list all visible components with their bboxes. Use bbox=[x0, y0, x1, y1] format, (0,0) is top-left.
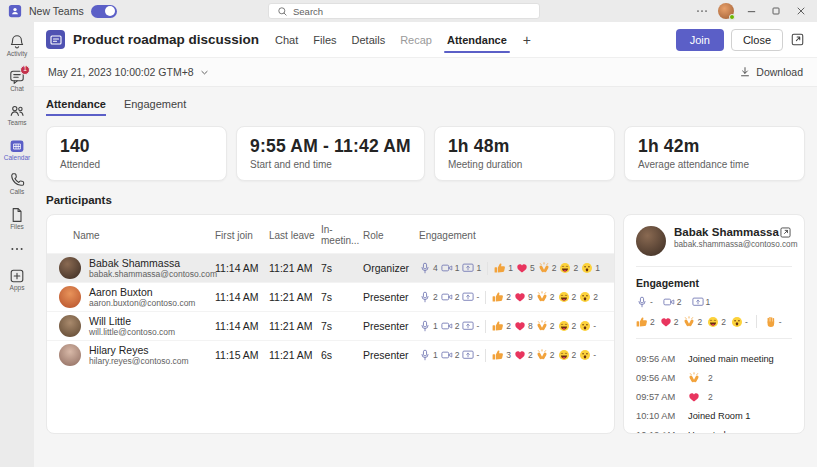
close-window-button[interactable] bbox=[793, 3, 809, 19]
column-header-in-meeting: In-meetin... bbox=[321, 224, 363, 246]
divider bbox=[756, 315, 757, 328]
engagement-timeline: 09:56 AM Joined main meeting 09:56 AM 2 … bbox=[636, 349, 792, 434]
sidebar-item-files[interactable]: Files bbox=[0, 202, 34, 237]
minimize-button[interactable] bbox=[743, 3, 759, 19]
laugh-count: 2 bbox=[572, 321, 577, 331]
chat-unread-badge: 1 bbox=[20, 65, 30, 75]
download-button[interactable]: Download bbox=[739, 66, 803, 78]
teams-logo-icon bbox=[8, 4, 22, 18]
clap-count: 2 bbox=[550, 321, 555, 331]
camera-icon bbox=[441, 320, 453, 332]
add-tab-button[interactable]: + bbox=[523, 32, 531, 48]
maximize-button[interactable] bbox=[768, 3, 784, 19]
join-button[interactable]: Join bbox=[676, 29, 724, 51]
table-row[interactable]: Will Little will.little@contoso.com 11:1… bbox=[47, 311, 614, 340]
laugh-icon bbox=[558, 349, 570, 361]
table-row[interactable]: Aaron Buxton aaron.buxton@contoso.com 11… bbox=[47, 282, 614, 311]
surprised-count: - bbox=[745, 317, 748, 327]
surprised-icon bbox=[579, 320, 591, 332]
camera-icon bbox=[441, 262, 453, 274]
engagement-section-title: Engagement bbox=[636, 277, 792, 289]
contact-card-icon[interactable] bbox=[779, 226, 792, 239]
like-icon bbox=[492, 320, 504, 332]
raised-hand-icon bbox=[765, 316, 777, 328]
sidebar-item-teams[interactable]: Teams bbox=[0, 98, 34, 133]
avatar bbox=[59, 344, 81, 366]
mic-count: 2 bbox=[433, 292, 438, 302]
close-button[interactable]: Close bbox=[731, 29, 783, 51]
new-teams-toggle[interactable] bbox=[91, 5, 117, 18]
timeline-item: 09:56 AM 2 bbox=[636, 368, 792, 387]
screen-share-icon bbox=[462, 349, 474, 361]
first-join-time: 11:14 AM bbox=[215, 291, 269, 303]
tab-attendance[interactable]: Attendance bbox=[447, 22, 507, 57]
laugh-count: 2 bbox=[721, 317, 726, 327]
sidebar-item-label: Files bbox=[10, 224, 24, 231]
like-count: 1 bbox=[508, 263, 513, 273]
file-icon bbox=[9, 207, 25, 223]
in-meeting-duration: 7s bbox=[321, 320, 363, 332]
table-row[interactable]: Babak Shammassa babak.shammassa@contoso.… bbox=[47, 253, 614, 282]
tab-attendance-report[interactable]: Attendance bbox=[46, 98, 106, 116]
more-options-icon[interactable] bbox=[695, 4, 709, 18]
tab-files[interactable]: Files bbox=[313, 22, 336, 57]
participant-name: Will Little bbox=[89, 315, 175, 328]
stat-card-start-end: 9:55 AM - 11:42 AM Start and end time bbox=[236, 126, 425, 181]
sidebar-item-chat[interactable]: 1 Chat bbox=[0, 64, 34, 99]
participants-table: Name First join Last leave In-meetin... … bbox=[46, 214, 615, 434]
sidebar-item-calls[interactable]: Calls bbox=[0, 167, 34, 202]
tab-chat[interactable]: Chat bbox=[275, 22, 298, 57]
screen-share-icon bbox=[462, 291, 474, 303]
tab-recap[interactable]: Recap bbox=[400, 22, 432, 57]
participant-name: Aaron Buxton bbox=[89, 286, 195, 299]
download-icon bbox=[739, 66, 751, 78]
stat-value: 9:55 AM - 11:42 AM bbox=[250, 136, 411, 157]
share-count: - bbox=[476, 292, 479, 302]
surprised-count: 2 bbox=[593, 292, 598, 302]
mic-count: 1 bbox=[433, 350, 438, 360]
table-row[interactable]: Hilary Reyes hilary.reyes@contoso.com 11… bbox=[47, 340, 614, 369]
column-header-name: Name bbox=[59, 230, 215, 241]
screen-share-icon bbox=[462, 262, 474, 274]
like-icon bbox=[636, 316, 648, 328]
participant-email: babak.shammassa@contoso.com bbox=[89, 269, 215, 279]
sidebar-item-apps[interactable]: Apps bbox=[0, 263, 34, 298]
timeline-item: 10:12 AM Unmuted bbox=[636, 425, 792, 434]
session-bar: May 21, 2023 10:00:02 GTM+8 Download bbox=[34, 58, 817, 87]
clap-icon bbox=[688, 372, 700, 384]
column-header-role: Role bbox=[363, 230, 419, 241]
divider bbox=[485, 320, 486, 333]
timeline-time: 10:10 AM bbox=[636, 411, 680, 421]
tab-details[interactable]: Details bbox=[352, 22, 386, 57]
profile-avatar[interactable] bbox=[718, 3, 734, 19]
search-input[interactable]: Search bbox=[268, 3, 540, 19]
tab-engagement-report[interactable]: Engagement bbox=[124, 98, 186, 116]
title-bar: New Teams Search bbox=[0, 0, 817, 22]
sidebar-item-activity[interactable]: Activity bbox=[0, 29, 34, 64]
sidebar-item-calendar[interactable]: Calendar bbox=[0, 133, 34, 168]
engagement-cell: 1 2 - 2 8 2 2 - - bbox=[419, 320, 602, 333]
sidebar-item-label: Activity bbox=[7, 51, 28, 58]
divider bbox=[636, 266, 792, 267]
sidebar-item-more[interactable] bbox=[0, 236, 34, 263]
popout-icon[interactable] bbox=[790, 32, 805, 47]
meeting-title: Product roadmap discussion bbox=[73, 32, 259, 47]
phone-icon bbox=[9, 172, 25, 188]
detail-participant-email: babak.shammassa@contoso.com bbox=[674, 240, 771, 249]
participant-role: Presenter bbox=[363, 320, 419, 332]
stat-card-duration: 1h 48m Meeting duration bbox=[434, 126, 615, 181]
surprised-icon bbox=[731, 316, 743, 328]
first-join-time: 11:14 AM bbox=[215, 320, 269, 332]
session-date-dropdown[interactable]: May 21, 2023 10:00:02 GTM+8 bbox=[48, 66, 210, 78]
share-count: 1 bbox=[706, 297, 711, 307]
avatar bbox=[59, 286, 81, 308]
toggle-knob bbox=[105, 6, 115, 16]
last-leave-time: 11:21 AM bbox=[269, 320, 321, 332]
mic-icon bbox=[636, 296, 648, 308]
engagement-cell: 1 2 - 3 2 2 2 - - bbox=[419, 349, 602, 362]
like-icon bbox=[492, 349, 504, 361]
ellipsis-icon bbox=[9, 241, 25, 257]
last-leave-time: 11:21 AM bbox=[269, 262, 321, 274]
heart-icon bbox=[688, 391, 700, 403]
timeline-item: 09:57 AM 2 bbox=[636, 387, 792, 406]
